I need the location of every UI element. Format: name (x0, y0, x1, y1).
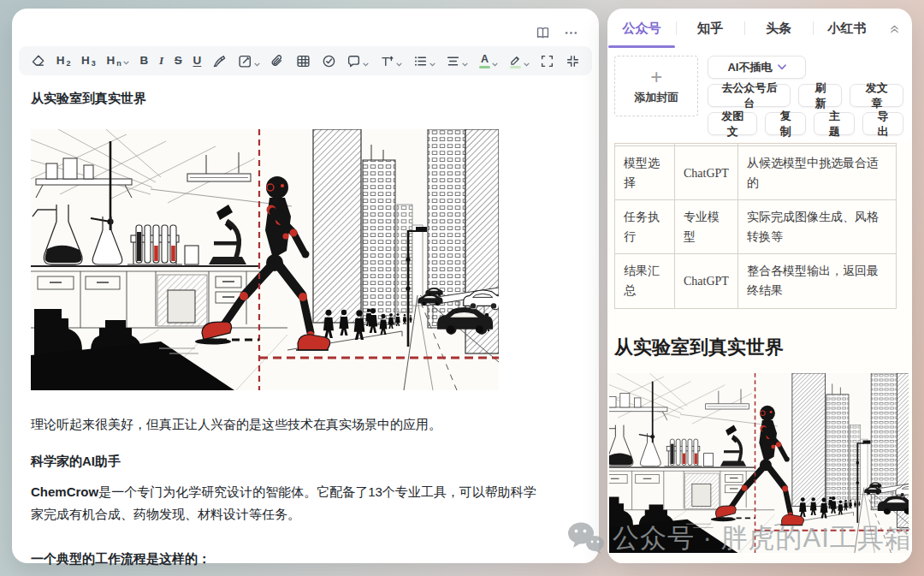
collapse-tabs-icon[interactable] (881, 9, 907, 48)
list-icon[interactable] (413, 54, 435, 68)
preview-heading: 从实验室到真实世界 (614, 335, 912, 360)
table-row: 模型选择 ChatGPT 从候选模型中挑选最合适的 (615, 146, 897, 200)
h2-button[interactable]: H2 (56, 55, 71, 67)
publish-actions: + 添加封面 AI不插电 去公众号后台 刷新 发文章 发图文 复制 (607, 48, 912, 145)
add-cover-button[interactable]: + 添加封面 (614, 56, 698, 116)
bold-button[interactable]: B (139, 55, 148, 67)
fullscreen-icon[interactable] (540, 54, 554, 68)
doc-bold-term: ChemCrow (31, 484, 98, 499)
highlight-icon[interactable] (509, 54, 530, 68)
font-color-swatch (479, 66, 490, 68)
italic-button[interactable]: I (159, 55, 163, 67)
preview-illustration (609, 373, 909, 553)
comment-icon[interactable] (346, 54, 369, 68)
clear-format-icon[interactable] (31, 54, 45, 68)
h3-button[interactable]: H3 (81, 55, 96, 67)
add-cover-label: 添加封面 (634, 90, 678, 105)
table-row: 任务执行 专业模型 实际完成图像生成、风格转换等 (615, 200, 897, 254)
tab-toutiao[interactable]: 头条 (744, 9, 813, 48)
tab-xiaohongshu[interactable]: 小红书 (813, 9, 881, 48)
hn-button[interactable]: Hn (107, 55, 129, 67)
table-row: 结果汇总 ChatGPT 整合各模型输出，返回最终结果 (615, 254, 897, 308)
reading-mode-icon[interactable] (536, 26, 550, 40)
doc-paragraph: 一个典型的工作流程是这样的： (31, 551, 580, 567)
article-illustration (31, 129, 499, 390)
doc-heading-lab-to-world: 从实验室到真实世界 (31, 91, 580, 107)
align-icon[interactable] (446, 54, 468, 68)
publish-panel: 公众号 知乎 头条 小红书 + 添加封面 AI不插电 (607, 9, 912, 563)
plus-icon: + (650, 67, 662, 87)
doc-paragraph: 理论听起来很美好，但真正让人兴奋的是这些技术在真实场景中的应用。 (31, 416, 580, 432)
tab-gongzhonghao[interactable]: 公众号 (607, 9, 676, 48)
publish-article-button[interactable]: 发文章 (850, 84, 903, 107)
attachment-icon[interactable] (270, 54, 285, 68)
model-table: 模型选择 ChatGPT 从候选模型中挑选最合适的 任务执行 专业模型 实际完成… (614, 143, 897, 309)
table-icon[interactable] (296, 54, 311, 68)
app-window: H2 H3 Hn B I S U (0, 0, 924, 576)
refresh-button[interactable]: 刷新 (798, 84, 842, 107)
edit-icon[interactable] (238, 54, 260, 68)
more-icon[interactable] (564, 26, 578, 40)
chevron-down-icon (778, 64, 786, 70)
pen-icon[interactable] (212, 54, 227, 68)
highlight-color-swatch (510, 66, 521, 68)
copy-button[interactable]: 复制 (765, 112, 806, 135)
editor-panel: H2 H3 Hn B I S U (12, 9, 599, 563)
text-transform-icon[interactable] (380, 54, 402, 68)
theme-button[interactable]: 主题 (814, 112, 855, 135)
document-body[interactable]: 从实验室到真实世界 理论听起来很美好，但真正让人兴奋的是这些技术在真实场景中的应… (31, 82, 580, 567)
exit-fullscreen-icon[interactable] (566, 54, 580, 68)
tab-zhihu[interactable]: 知乎 (676, 9, 744, 48)
formatting-toolbar: H2 H3 Hn B I S U (19, 46, 592, 75)
underline-button[interactable]: U (193, 55, 202, 67)
export-button[interactable]: 导出 (862, 112, 903, 135)
platform-tabs: 公众号 知乎 头条 小红书 (607, 9, 912, 48)
doc-heading-ai-assistant: 科学家的AI助手 (31, 454, 580, 470)
font-color-button[interactable]: A (479, 53, 498, 68)
task-check-icon[interactable] (322, 54, 336, 68)
ai-menu-button[interactable]: AI不插电 (708, 56, 806, 79)
go-backend-button[interactable]: 去公众号后台 (708, 84, 791, 107)
doc-paragraph: ChemCrow是一个专门为化学研究设计的智能体。它配备了13个专业工具，可以帮… (31, 481, 544, 526)
article-preview[interactable]: 模型选择 ChatGPT 从候选模型中挑选最合适的 任务执行 专业模型 实际完成… (607, 141, 912, 563)
strikethrough-button[interactable]: S (175, 55, 182, 67)
publish-imagetext-button[interactable]: 发图文 (708, 112, 757, 135)
